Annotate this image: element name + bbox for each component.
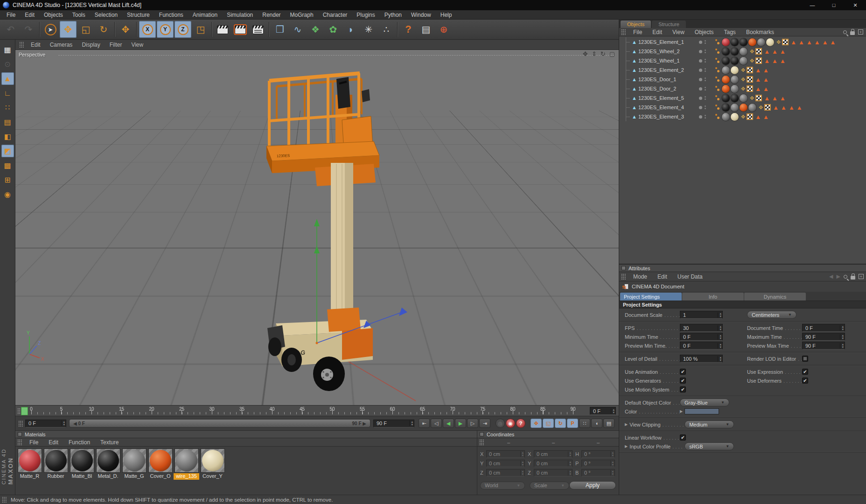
menu-character[interactable]: Character xyxy=(318,10,352,19)
spinner-arrows-icon[interactable]: ▴▾ xyxy=(718,325,721,331)
editor-visibility-dot[interactable] xyxy=(699,69,702,72)
display-tag-icon[interactable] xyxy=(715,76,720,83)
spinner-arrows-icon[interactable]: ▴▾ xyxy=(718,356,721,362)
materials-menu-texture[interactable]: Texture xyxy=(95,439,124,446)
fps-field[interactable]: 30▴▾ xyxy=(680,324,723,332)
spinner-arrows-icon[interactable]: ▴▾ xyxy=(840,334,844,340)
polygon-selection-tag-icon[interactable]: ▲ xyxy=(830,39,836,45)
viewport-menu-filter[interactable]: Filter xyxy=(105,42,127,48)
attributes-menu-mode[interactable]: Mode xyxy=(628,273,652,280)
spinner-arrows-icon[interactable]: ▴▾ xyxy=(568,461,571,466)
polygon-selection-tag-icon[interactable]: ▲ xyxy=(755,77,761,83)
expand-arrow-icon[interactable]: ▶ xyxy=(680,409,683,413)
uvw-tag-icon[interactable] xyxy=(755,57,762,64)
texture-tag-icon[interactable] xyxy=(740,38,747,46)
polygon-selection-tag-icon[interactable]: ▲ xyxy=(763,67,769,73)
use-generators-checkbox[interactable]: ✔ xyxy=(680,378,686,384)
previous-key-button[interactable]: ◁ xyxy=(431,419,442,428)
uv-points-mode-button[interactable]: ◩ xyxy=(1,145,14,157)
material-thumbnail[interactable] xyxy=(96,448,120,473)
menu-plugins[interactable]: Plugins xyxy=(352,10,379,19)
materials-menu-function[interactable]: Function xyxy=(63,439,95,446)
rotate-tool-button[interactable]: ↻ xyxy=(95,21,112,38)
maximize-view-icon[interactable]: ▢ xyxy=(609,50,615,57)
close-button[interactable]: ✕ xyxy=(845,0,866,10)
help-button[interactable]: ? xyxy=(400,21,417,38)
scale-tool-button[interactable]: ◱ xyxy=(77,21,94,38)
menu-simulation[interactable]: Simulation xyxy=(222,10,258,19)
coordinate-field[interactable]: 0 cm▴▾ xyxy=(486,460,525,467)
linear-workflow-checkbox[interactable]: ✔ xyxy=(680,434,686,441)
object-row[interactable]: ▲1230ES_Element_2✥▲▲ xyxy=(619,65,866,75)
texture-tag-icon[interactable] xyxy=(722,66,730,74)
next-key-button[interactable]: ▷ xyxy=(467,419,478,428)
texture-tag-icon[interactable] xyxy=(731,57,739,65)
points-mode-button[interactable]: ∷ xyxy=(1,101,14,114)
polygon-selection-tag-icon[interactable]: ▲ xyxy=(763,77,769,83)
polygon-selection-tag-icon[interactable]: ▲ xyxy=(780,49,786,55)
model-mode-button[interactable]: ⊙ xyxy=(1,58,14,70)
texture-tag-icon[interactable] xyxy=(731,113,739,121)
lock-z-axis-button[interactable]: Z xyxy=(175,21,191,38)
redo-button[interactable]: ↷ xyxy=(20,21,37,38)
render-visibility-dots[interactable] xyxy=(705,115,706,119)
polygon-selection-tag-icon[interactable]: ▲ xyxy=(763,114,769,120)
editor-visibility-dot[interactable] xyxy=(699,115,702,119)
spinner-arrows-icon[interactable]: ▴▾ xyxy=(520,470,524,476)
spinner-arrows-icon[interactable]: ▴▾ xyxy=(568,451,571,457)
key-parameter-button[interactable]: P xyxy=(567,419,578,428)
display-tag-icon[interactable] xyxy=(715,48,720,55)
render-visibility-dots[interactable] xyxy=(705,87,706,91)
spinner-arrows-icon[interactable]: ▴▾ xyxy=(611,408,615,414)
coordinate-field[interactable]: 0 cm▴▾ xyxy=(534,460,573,467)
viewport-menu-edit[interactable]: Edit xyxy=(26,42,45,48)
object-row[interactable]: ▲1230ES_Element_3✥▲▲ xyxy=(619,112,866,121)
object-manager-menu-file[interactable]: File xyxy=(628,29,647,35)
coordinates-grip[interactable] xyxy=(479,439,484,445)
make-editable-button[interactable]: ▦ xyxy=(1,43,14,56)
spinner-arrows-icon[interactable]: ▴▾ xyxy=(61,420,65,426)
transport-grip[interactable] xyxy=(18,420,23,427)
render-view-button[interactable] xyxy=(214,21,231,38)
object-manager-menu-bookmarks[interactable]: Bookmarks xyxy=(741,29,779,35)
viewport-menu-display[interactable]: Display xyxy=(77,42,105,48)
coordinate-system-select[interactable]: World▼ xyxy=(480,482,525,490)
polygon-selection-tag-icon[interactable]: ▲ xyxy=(755,67,761,73)
display-tag-icon[interactable] xyxy=(715,57,720,64)
uvw-tag-icon[interactable] xyxy=(747,76,753,83)
object-manager-grip[interactable] xyxy=(621,29,626,35)
play-forward-button[interactable]: ▶ xyxy=(455,419,466,428)
spinner-arrows-icon[interactable]: ▴▾ xyxy=(568,470,571,476)
expand-arrow-icon[interactable]: ▶ xyxy=(625,444,628,448)
tab-structure[interactable]: Structure xyxy=(652,21,686,28)
menu-functions[interactable]: Functions xyxy=(154,10,188,19)
phong-tag-icon[interactable]: ✥ xyxy=(741,86,745,92)
texture-tag-icon[interactable] xyxy=(722,85,730,93)
attributes-menu-user-data[interactable]: User Data xyxy=(672,273,708,280)
editor-visibility-dot[interactable] xyxy=(699,106,702,109)
phong-tag-icon[interactable]: ✥ xyxy=(759,105,763,111)
material-thumbnail[interactable] xyxy=(122,448,147,473)
pan-view-icon[interactable]: ✥ xyxy=(583,50,588,57)
coordinate-field[interactable]: 0 °▴▾ xyxy=(581,450,615,458)
phong-tag-icon[interactable]: ✥ xyxy=(776,39,781,45)
editor-visibility-dot[interactable] xyxy=(699,59,702,63)
display-tag-icon[interactable] xyxy=(715,104,720,111)
spinner-arrows-icon[interactable]: ▴▾ xyxy=(520,451,524,457)
scale-mode-select[interactable]: Scale▼ xyxy=(530,482,569,490)
polygon-selection-tag-icon[interactable]: ▲ xyxy=(755,86,761,92)
render-visibility-dots[interactable] xyxy=(705,40,706,44)
material-item[interactable]: Rubber xyxy=(43,448,69,480)
menu-window[interactable]: Window xyxy=(406,10,436,19)
move-tool-button[interactable]: ✥ xyxy=(60,21,77,38)
texture-tag-icon[interactable] xyxy=(722,104,730,112)
goto-start-button[interactable]: ⇤ xyxy=(419,419,430,428)
menu-file[interactable]: File xyxy=(2,10,20,19)
menu-objects[interactable]: Objects xyxy=(39,10,68,19)
texture-tag-icon[interactable] xyxy=(740,57,747,65)
document-scale-field[interactable]: 1▴▾ xyxy=(680,311,723,319)
texture-mode-button[interactable]: ▩ xyxy=(1,159,14,172)
spinner-arrows-icon[interactable]: ▴▾ xyxy=(718,343,721,349)
uvw-tag-icon[interactable] xyxy=(764,104,771,111)
polygon-selection-tag-icon[interactable]: ▲ xyxy=(814,39,820,45)
